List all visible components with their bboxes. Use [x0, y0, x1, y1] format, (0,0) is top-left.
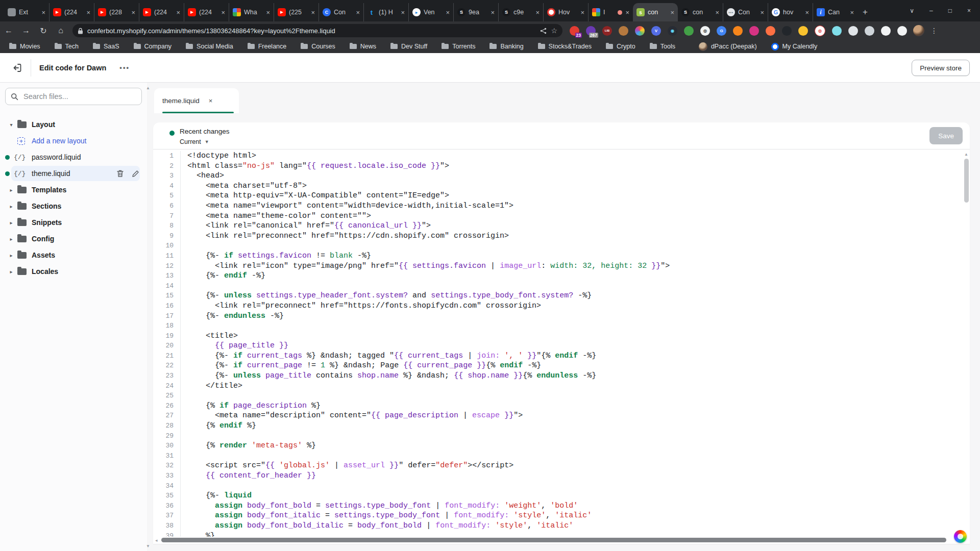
- file-search[interactable]: [5, 88, 142, 105]
- tab-close-icon[interactable]: ×: [311, 9, 315, 16]
- browser-tab[interactable]: ▶(225×: [274, 3, 318, 21]
- sidebar-item-password-liquid[interactable]: {/}password.liquid: [0, 149, 147, 165]
- extension-ghost-light[interactable]: [848, 26, 858, 36]
- more-actions-icon[interactable]: •••: [119, 64, 130, 71]
- tab-close-icon[interactable]: ×: [491, 9, 495, 16]
- tab-close-icon[interactable]: ×: [580, 9, 584, 16]
- extension-dark-disc[interactable]: [782, 26, 792, 36]
- bookmark-torrents[interactable]: Torrents: [442, 43, 475, 50]
- bookmark-tools[interactable]: Tools: [650, 43, 675, 50]
- bookmark-company[interactable]: Company: [134, 43, 172, 50]
- code-editor[interactable]: 1<!doctype html>2<html class="no-js" lan…: [153, 151, 963, 537]
- extension-react-atom[interactable]: ◉: [668, 26, 677, 36]
- bookmark-banking[interactable]: Banking: [489, 43, 523, 50]
- sidebar-scroll-down-icon[interactable]: ▼: [146, 544, 150, 548]
- browser-tab[interactable]: Hov×: [543, 3, 588, 21]
- bookmark-stocks-trades[interactable]: Stocks&Trades: [538, 43, 592, 50]
- tab-close-icon[interactable]: ×: [850, 9, 854, 16]
- profile-avatar[interactable]: [913, 25, 924, 36]
- browser-tab[interactable]: Scon×: [678, 3, 723, 21]
- chevron-right-icon[interactable]: ▸: [8, 187, 14, 193]
- search-input[interactable]: [22, 92, 136, 101]
- chevron-right-icon[interactable]: ▸: [8, 204, 14, 209]
- browser-tab[interactable]: ▶(228×: [94, 3, 139, 21]
- browser-tab[interactable]: I×: [588, 3, 633, 21]
- browser-tab[interactable]: ▶(224×: [139, 3, 184, 21]
- scroll-left-icon[interactable]: ◂: [155, 538, 161, 543]
- bookmark-my-calendly[interactable]: My Calendly: [771, 43, 818, 51]
- browser-tab[interactable]: ▶(224×: [49, 3, 94, 21]
- extension-metamask-fox[interactable]: [733, 26, 743, 36]
- browser-tab[interactable]: scon×: [633, 3, 678, 21]
- browser-tab[interactable]: iCan×: [813, 3, 857, 21]
- tab-close-icon[interactable]: ×: [131, 9, 135, 16]
- exit-code-editor-icon[interactable]: [10, 61, 23, 74]
- tab-close-icon[interactable]: ×: [805, 9, 809, 16]
- browser-tab[interactable]: Ext×: [4, 3, 49, 21]
- sidebar-item-theme-liquid[interactable]: {/}theme.liquid: [0, 165, 147, 182]
- browser-menu-icon[interactable]: ⋮: [930, 27, 938, 35]
- chevron-right-icon[interactable]: ▸: [8, 269, 14, 274]
- editor-horizontal-scrollbar[interactable]: ◂: [155, 537, 946, 543]
- extension-palette[interactable]: [635, 26, 645, 36]
- new-tab-button[interactable]: +: [863, 7, 868, 17]
- bookmark-star-icon[interactable]: ☆: [551, 27, 557, 35]
- sidebar-item-add-a-new-layout[interactable]: +Add a new layout: [0, 133, 147, 149]
- extension-green-clip[interactable]: [684, 26, 694, 36]
- extension-instagram[interactable]: [749, 26, 759, 36]
- bookmark-crypto[interactable]: Crypto: [606, 43, 635, 50]
- bookmark-movies[interactable]: Movies: [9, 43, 40, 50]
- rename-file-icon[interactable]: [132, 170, 139, 178]
- tab-close-icon[interactable]: ×: [625, 9, 629, 16]
- delete-file-icon[interactable]: [116, 169, 124, 178]
- chevron-right-icon[interactable]: ▸: [8, 220, 14, 226]
- chevron-right-icon[interactable]: ▸: [8, 236, 14, 242]
- maximize-icon[interactable]: □: [948, 7, 952, 14]
- bookmark-social-media[interactable]: Social Media: [186, 43, 233, 50]
- extension-v-logo[interactable]: V: [651, 26, 661, 36]
- extension-translate[interactable]: G: [717, 26, 726, 36]
- save-button[interactable]: Save: [929, 127, 963, 144]
- editor-tab-theme-liquid[interactable]: theme.liquid ×: [154, 88, 239, 113]
- sidebar-item-layout[interactable]: ▾Layout: [0, 116, 147, 133]
- tab-close-icon[interactable]: ×: [86, 9, 90, 16]
- extension-blocker-hand[interactable]: 23: [570, 26, 579, 36]
- forward-icon[interactable]: →: [17, 26, 35, 35]
- share-icon[interactable]: [540, 28, 547, 34]
- bookmark-saas[interactable]: SaaS: [93, 43, 119, 50]
- sidebar-item-templates[interactable]: ▸Templates: [0, 182, 147, 198]
- extension-red-target[interactable]: ◎: [815, 26, 825, 36]
- reload-icon[interactable]: ↻: [35, 26, 52, 36]
- version-selector[interactable]: Current ▼: [180, 138, 209, 145]
- browser-tab[interactable]: Wha×: [229, 3, 274, 21]
- browser-tab[interactable]: Ghov×: [768, 3, 813, 21]
- sidebar-item-locales[interactable]: ▸Locales: [0, 263, 147, 280]
- bookmark-tech[interactable]: Tech: [55, 43, 79, 50]
- editor-vertical-scrollbar[interactable]: ▲: [963, 152, 969, 346]
- vertical-scroll-thumb[interactable]: [964, 159, 969, 203]
- chevron-right-icon[interactable]: ▸: [8, 253, 14, 258]
- preview-store-button[interactable]: Preview store: [912, 60, 970, 76]
- tab-close-icon[interactable]: ×: [670, 9, 674, 16]
- bookmark-news[interactable]: News: [350, 43, 376, 50]
- horizontal-scroll-thumb[interactable]: [161, 538, 946, 542]
- browser-tab[interactable]: t(1) H×: [363, 3, 408, 21]
- minimize-icon[interactable]: –: [929, 7, 933, 14]
- browser-tab[interactable]: ⋯Con×: [723, 3, 768, 21]
- extension-ghost-gray[interactable]: [865, 26, 874, 36]
- tab-close-icon[interactable]: ×: [356, 9, 360, 16]
- extension-cookie[interactable]: [619, 26, 628, 36]
- sidebar-item-snippets[interactable]: ▸Snippets: [0, 214, 147, 231]
- bookmark-freelance[interactable]: Freelance: [248, 43, 287, 50]
- tab-close-icon[interactable]: ×: [266, 9, 270, 16]
- tab-close-icon[interactable]: ×: [535, 9, 540, 16]
- back-icon[interactable]: ←: [0, 26, 17, 35]
- browser-tab[interactable]: ▸Ven×: [408, 3, 453, 21]
- extension-wizard-hat[interactable]: 267: [586, 26, 596, 36]
- browser-tab[interactable]: ▶(224×: [184, 3, 229, 21]
- tab-close-icon[interactable]: ×: [446, 9, 450, 16]
- tab-close-icon[interactable]: ×: [176, 9, 180, 16]
- bookmark-profile[interactable]: dPacc (Deepak): [699, 42, 757, 51]
- extension-yellow-folder[interactable]: [798, 26, 808, 36]
- bookmark-dev-stuff[interactable]: Dev Stuff: [390, 43, 427, 50]
